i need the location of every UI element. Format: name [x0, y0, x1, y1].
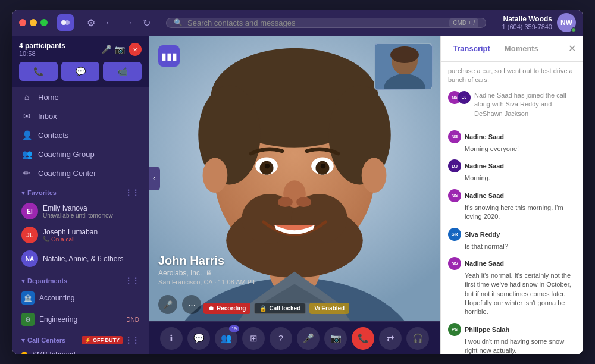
call-bottom-bar: ℹ 💬 👥 19 ⊞ ? 🎤 📷 📞 ⇄ 🎧 [149, 321, 440, 354]
help-button[interactable]: ? [270, 327, 292, 350]
chat-action-button[interactable]: 💬 [61, 62, 100, 81]
dept-accounting[interactable]: 🏦 Accounting [12, 287, 149, 309]
list-item: NS Nadine Saad It's snowing here this mo… [448, 189, 576, 222]
svg-point-17 [321, 164, 325, 168]
phone-action-button[interactable]: 📞 [19, 62, 58, 81]
video-icon[interactable]: 📷 [115, 45, 125, 54]
transfer-button[interactable]: ⇄ [379, 327, 402, 350]
participant-thumbnail[interactable] [374, 43, 433, 90]
back-button[interactable]: ← [101, 15, 118, 30]
coaching-icon: ✏ [21, 168, 32, 178]
avatar: NA [21, 250, 38, 267]
contact-status: Unavailable until tomorrow [43, 212, 139, 219]
fullscreen-button[interactable] [40, 19, 48, 26]
chat-button[interactable]: 💬 [187, 327, 210, 350]
end-call-mini[interactable]: ✕ [129, 43, 142, 56]
sidebar-item-coaching-group[interactable]: 👥 Coaching Group [12, 145, 149, 164]
close-panel-button[interactable]: ✕ [568, 43, 576, 54]
mute-button[interactable]: 🎤 [297, 327, 320, 350]
contact-status: 📞 On a call [43, 236, 139, 243]
call-centers-toggle[interactable]: ▾ Call Centers [21, 337, 65, 344]
online-indicator [571, 27, 576, 32]
more-options-button[interactable]: ⋯ [182, 295, 201, 314]
dept-label: Accounting [39, 294, 139, 302]
user-avatar[interactable]: NW [557, 13, 576, 32]
headset-button[interactable]: 🎧 [406, 327, 429, 350]
call-action-buttons: 📞 💬 📹 [19, 62, 142, 81]
company-name: Aerolabs, Inc. [158, 269, 202, 277]
chevron-icon: ▾ [21, 189, 25, 197]
audio-indicator: ▮▮▮ [158, 45, 180, 67]
transcript-partial: purchase a car, so I went out to test dr… [448, 67, 576, 85]
contact-group[interactable]: NA Natalie, Annie, & 6 others [12, 247, 149, 271]
favorites-toggle[interactable]: ▾ Favorites [21, 189, 57, 197]
sidebar-item-label: Home [38, 93, 59, 102]
sort-icon[interactable]: ⋮⋮ [125, 336, 139, 344]
video-main: ▮▮▮ John Harris Aerolabs, Inc. [149, 36, 440, 321]
sidebar-item-label: Contacts [38, 131, 68, 140]
grid-view-button[interactable]: ⊞ [242, 327, 265, 350]
home-icon: ⌂ [21, 92, 32, 102]
call-panel: 4 participants 10:58 🎤 📷 ✕ 📞 💬 📹 [12, 36, 149, 87]
transcript-messages: NS Nadine Saad Morning everyone! DJ Nadi… [448, 130, 576, 354]
caller-name: John Harris [158, 254, 256, 268]
contact-emily[interactable]: EI Emily Ivanova Unavailable until tomor… [12, 199, 149, 223]
traffic-lights [19, 19, 48, 26]
search-input[interactable] [187, 18, 444, 27]
video-action-button[interactable]: 📹 [103, 62, 142, 81]
dnd-badge: DND [126, 316, 139, 323]
sidebar: 4 participants 10:58 🎤 📷 ✕ 📞 💬 📹 [12, 36, 149, 354]
collapse-sidebar-button[interactable]: ‹ [149, 167, 160, 190]
transcript-system-msg: NS DJ Nadine Saad has joined the call al… [448, 91, 576, 124]
list-item: PS Philippe Salah I wouldn't mind having… [448, 323, 576, 354]
participants-badge: 19 [229, 325, 239, 332]
status-badges: ⏺ Recording 🔒 Call locked Vi Enabled [203, 303, 349, 314]
camera-button[interactable]: 📷 [324, 327, 347, 350]
sidebar-item-inbox[interactable]: ✉ Inbox [12, 106, 149, 125]
close-button[interactable] [19, 19, 26, 26]
mic-icon[interactable]: 🎤 [101, 45, 111, 54]
sidebar-item-contacts[interactable]: 👤 Contacts [12, 125, 149, 145]
transcript-text: purchase a car, so I went out to test dr… [448, 67, 576, 85]
departments-toggle[interactable]: ▾ Departments [21, 277, 67, 285]
search-icon: 🔍 [174, 18, 183, 27]
participants-button[interactable]: 👥 19 [215, 327, 237, 350]
tab-transcript[interactable]: Transcript [448, 42, 495, 55]
main-content: 4 participants 10:58 🎤 📷 ✕ 📞 💬 📹 [12, 36, 583, 354]
avatar: DJ [458, 91, 471, 104]
system-message-text: Nadine Saad has joined the call along wi… [474, 91, 576, 118]
forward-button[interactable]: → [120, 15, 137, 30]
sort-icon[interactable]: ⋮⋮ [125, 277, 139, 285]
contact-name: Emily Ivanova [43, 204, 139, 212]
sidebar-item-coaching-center[interactable]: ✏ Coaching Center [12, 164, 149, 183]
dept-engineering[interactable]: ⚙ Engineering DND [12, 309, 149, 330]
caller-info: John Harris Aerolabs, Inc. 🖥 San Francis… [158, 254, 256, 285]
svg-point-26 [390, 46, 419, 63]
accounting-icon: 🏦 [21, 291, 35, 305]
user-name: Natalie Woods [498, 15, 552, 23]
right-panel: Transcript Moments ✕ purchase a car, so … [440, 36, 583, 354]
refresh-button[interactable]: ↻ [139, 15, 154, 31]
tab-moments[interactable]: Moments [500, 42, 543, 55]
contact-joseph[interactable]: JL Joseph Lumaban 📞 On a call [12, 223, 149, 247]
video-area: ▮▮▮ John Harris Aerolabs, Inc. [149, 36, 440, 354]
transcript-area: purchase a car, so I went out to test dr… [441, 62, 583, 354]
app-window: ⚙ ← → ↻ 🔍 CMD + / Natalie Woods +1 (604)… [12, 10, 583, 354]
svg-point-20 [296, 197, 311, 207]
minimize-button[interactable] [30, 19, 37, 26]
sidebar-item-home[interactable]: ⌂ Home [12, 87, 149, 106]
list-item: NS Nadine Saad Morning everyone! [448, 130, 576, 153]
mic-button[interactable]: 🎤 [158, 295, 177, 314]
enabled-badge: Vi Enabled [309, 303, 349, 314]
sort-icon[interactable]: ⋮⋮ [125, 189, 139, 197]
settings-button[interactable]: ⚙ [83, 15, 99, 31]
search-shortcut: CMD + / [449, 18, 478, 27]
departments-section-header: ▾ Departments ⋮⋮ [12, 271, 149, 287]
cc-smb-inbound[interactable]: SMB Inbound [12, 347, 149, 354]
group-icon: 👥 [21, 149, 32, 159]
lock-icon: 🔒 [259, 305, 267, 312]
titlebar-nav: ⚙ ← → ↻ [83, 15, 154, 31]
end-call-button[interactable]: 📞 [352, 327, 374, 350]
info-button[interactable]: ℹ [160, 327, 183, 350]
locked-badge: 🔒 Call locked [254, 303, 306, 314]
